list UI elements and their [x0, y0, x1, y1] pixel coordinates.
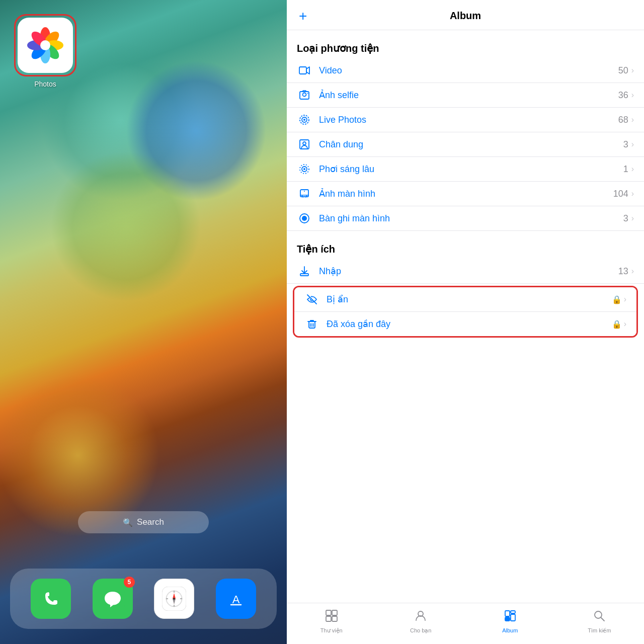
- svg-rect-53: [511, 614, 515, 621]
- album-item-video[interactable]: Video 50 ›: [287, 58, 644, 83]
- search-bar[interactable]: 🔍 Search: [78, 511, 209, 533]
- library-tab-label: Thư viện: [320, 627, 343, 634]
- search-icon: 🔍: [123, 518, 133, 527]
- album-item-screen-record[interactable]: Bàn ghi màn hình 3 ›: [287, 206, 644, 231]
- svg-point-33: [303, 142, 306, 145]
- messages-badge: 5: [124, 577, 135, 588]
- phone-svg: [39, 587, 63, 611]
- live-photos-icon: [297, 114, 312, 126]
- photos-app-icon[interactable]: [18, 18, 73, 73]
- hidden-chevron: ›: [624, 295, 626, 304]
- search-tab-label: Tìm kiếm: [588, 627, 611, 634]
- tab-bar: Thư viện Cho bạn Album Tìm kiếm: [287, 603, 644, 644]
- recently-deleted-label: Đã xóa gần đây: [327, 318, 612, 330]
- slow-shutter-label: Phơi sáng lâu: [319, 164, 623, 175]
- import-chevron: ›: [631, 267, 634, 276]
- album-item-recently-deleted[interactable]: Đã xóa gần đây 🔒 ›: [294, 312, 636, 336]
- import-label: Nhập: [319, 266, 618, 277]
- album-content: Loại phương tiện Video 50 › Ảnh selfie 3…: [287, 30, 644, 603]
- portrait-icon: [297, 138, 312, 150]
- photos-icon-svg: [25, 25, 65, 65]
- dock-messages-icon[interactable]: 5: [93, 579, 133, 619]
- screenshot-label: Ảnh màn hình: [319, 188, 613, 199]
- media-types-section-header: Loại phương tiện: [287, 30, 644, 58]
- app-icon-label: Photos: [34, 80, 56, 88]
- album-item-live-photos[interactable]: Live Photos 68 ›: [287, 108, 644, 132]
- video-icon: [297, 64, 312, 76]
- hidden-lock-icon: 🔒: [612, 295, 622, 304]
- svg-point-38: [304, 191, 305, 192]
- album-item-slow-shutter[interactable]: Phơi sáng lâu 1 ›: [287, 157, 644, 182]
- svg-point-28: [307, 93, 308, 94]
- screen-record-chevron: ›: [631, 214, 634, 223]
- video-label: Video: [319, 65, 618, 76]
- portrait-count: 3: [623, 139, 628, 150]
- selfie-label: Ảnh selfie: [319, 90, 618, 101]
- album-panel: + Album Loại phương tiện Video 50 › Ảnh …: [287, 0, 644, 644]
- selfie-chevron: ›: [631, 91, 634, 100]
- svg-point-17: [173, 598, 175, 600]
- hidden-icon: [304, 293, 319, 305]
- svg-point-8: [40, 40, 50, 50]
- svg-rect-48: [326, 610, 331, 615]
- album-tab-label: Album: [502, 627, 518, 633]
- svg-rect-47: [332, 616, 337, 621]
- import-count: 13: [618, 266, 628, 277]
- recently-deleted-lock-icon: 🔒: [612, 319, 622, 329]
- svg-rect-41: [300, 274, 308, 276]
- svg-point-27: [303, 93, 306, 97]
- safari-svg: [162, 587, 186, 611]
- dock-appstore-icon[interactable]: A: [216, 579, 256, 619]
- for-you-tab-label: Cho bạn: [410, 627, 431, 634]
- album-header: + Album: [287, 0, 644, 30]
- album-item-selfie[interactable]: Ảnh selfie 36 ›: [287, 83, 644, 108]
- album-item-screenshot[interactable]: Ảnh màn hình 104 ›: [287, 182, 644, 206]
- bg-decoration-4: [50, 151, 201, 302]
- portrait-label: Chân dung: [319, 139, 623, 150]
- svg-rect-9: [39, 587, 63, 611]
- live-photos-chevron: ›: [631, 115, 634, 124]
- video-chevron: ›: [631, 66, 634, 75]
- screenshot-chevron: ›: [631, 189, 634, 198]
- for-you-tab-icon: [414, 609, 427, 625]
- screen-record-label: Bàn ghi màn hình: [319, 213, 623, 224]
- svg-line-56: [601, 618, 605, 621]
- svg-text:A: A: [232, 593, 239, 606]
- screenshot-icon: [297, 188, 312, 200]
- selfie-icon: [297, 89, 312, 101]
- album-item-hidden[interactable]: Bị ẩn 🔒 ›: [294, 287, 636, 312]
- utilities-section-header: Tiện ích: [287, 231, 644, 259]
- svg-rect-54: [505, 617, 510, 621]
- trash-icon: [304, 318, 319, 330]
- svg-point-40: [302, 216, 307, 221]
- album-title: Album: [450, 10, 481, 22]
- tab-album[interactable]: Album: [490, 609, 530, 633]
- tab-for-you[interactable]: Cho bạn: [400, 609, 441, 634]
- import-icon: [297, 265, 312, 277]
- screen-record-count: 3: [623, 213, 628, 224]
- album-item-portrait[interactable]: Chân dung 3 ›: [287, 132, 644, 157]
- svg-rect-51: [505, 611, 510, 616]
- library-tab-icon: [325, 609, 338, 625]
- svg-rect-49: [332, 610, 337, 615]
- highlighted-section: Bị ẩn 🔒 › Đã xóa gần đây 🔒: [293, 286, 638, 338]
- album-tab-icon: [504, 609, 517, 625]
- dock: 5: [10, 569, 277, 629]
- messages-svg: [101, 587, 125, 611]
- photos-app-icon-wrapper[interactable]: Photos: [14, 14, 76, 76]
- hidden-label: Bị ẩn: [327, 294, 612, 305]
- live-photos-count: 68: [618, 115, 628, 125]
- tab-library[interactable]: Thư viện: [311, 609, 352, 634]
- album-item-import[interactable]: Nhập 13 ›: [287, 259, 644, 284]
- add-album-button[interactable]: +: [299, 9, 307, 23]
- portrait-chevron: ›: [631, 140, 634, 149]
- home-screen: Photos 🔍 Search 5: [0, 0, 287, 644]
- slow-shutter-count: 1: [623, 164, 628, 175]
- tab-search[interactable]: Tìm kiếm: [579, 609, 619, 634]
- screenshot-count: 104: [613, 189, 628, 199]
- selfie-count: 36: [618, 90, 628, 101]
- video-count: 50: [618, 65, 628, 76]
- dock-phone-icon[interactable]: [31, 579, 71, 619]
- dock-safari-icon[interactable]: [154, 579, 194, 619]
- search-tab-icon: [593, 609, 606, 625]
